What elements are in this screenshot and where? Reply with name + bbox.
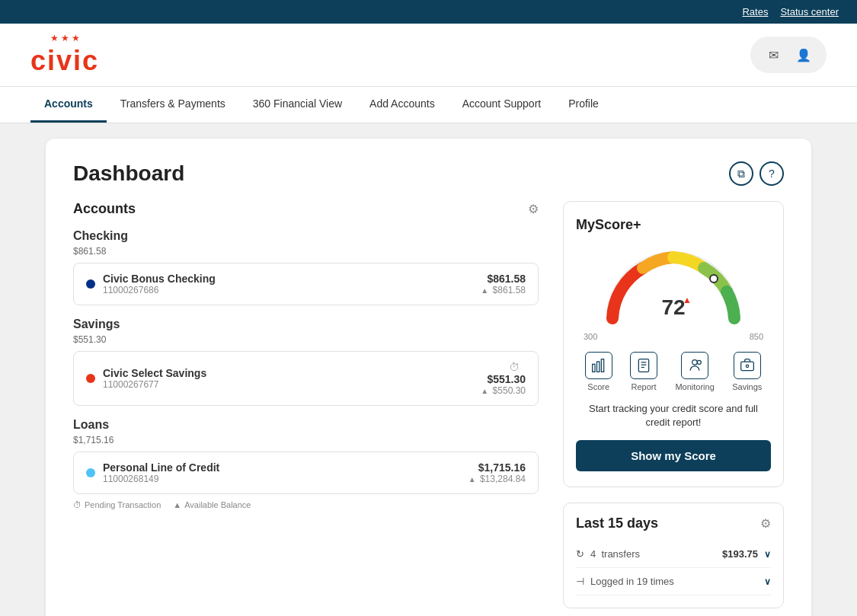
myscore-monitoring-item[interactable]: Monitoring bbox=[675, 352, 714, 391]
myscore-title: MyScore+ bbox=[576, 217, 771, 233]
login-icon: ⊣ bbox=[576, 576, 584, 587]
nav-item-transfers[interactable]: Transfers & Payments bbox=[107, 87, 239, 123]
nav-item-profile[interactable]: Profile bbox=[555, 87, 612, 123]
mail-icon[interactable]: ✉ bbox=[761, 43, 785, 67]
myscore-report-label: Report bbox=[632, 382, 657, 391]
dashboard-card: Dashboard ⧉ ? Accounts ⚙ Checking $861.5… bbox=[46, 139, 811, 616]
myscore-score-item[interactable]: Score bbox=[585, 352, 612, 391]
logo-stars: ★ ★ ★ bbox=[50, 33, 80, 43]
checking-avail-label: ▲ bbox=[481, 286, 488, 295]
last15-title: Last 15 days bbox=[576, 515, 658, 531]
legend-avail-label: Available Balance bbox=[184, 500, 251, 509]
svg-rect-6 bbox=[638, 359, 648, 372]
myscore-savings-icon bbox=[734, 352, 761, 379]
rates-link[interactable]: Rates bbox=[742, 6, 768, 18]
loans-account-name: Personal Line of Credit bbox=[103, 461, 219, 474]
checking-dot bbox=[86, 279, 95, 289]
loans-account-info: Personal Line of Credit 11000268149 bbox=[103, 461, 219, 484]
loans-account-right: $1,715.16 ▲ $13,284.84 bbox=[468, 461, 526, 484]
myscore-savings-item[interactable]: Savings bbox=[732, 352, 762, 391]
login-chevron-icon: ∨ bbox=[764, 576, 771, 587]
gauge-range: 300 850 bbox=[576, 332, 771, 341]
nav-item-support[interactable]: Account Support bbox=[449, 87, 555, 123]
checking-account-row[interactable]: Civic Bonus Checking 11000267686 $861.58… bbox=[73, 263, 539, 305]
checking-account-name: Civic Bonus Checking bbox=[103, 273, 216, 285]
dashboard-header-icons: ⧉ ? bbox=[729, 161, 784, 186]
svg-text:72: 72 bbox=[661, 295, 685, 319]
savings-account-row[interactable]: Civic Select Savings 11000267677 ⏱ $551.… bbox=[73, 351, 539, 406]
last15-transfers-right: $193.75 ∨ bbox=[722, 548, 771, 560]
status-center-link[interactable]: Status center bbox=[780, 6, 839, 18]
loans-section: Loans $1,715.16 Personal Line of Credit … bbox=[73, 418, 539, 494]
checking-account-right: $861.58 ▲ $861.58 bbox=[481, 273, 526, 295]
gauge-min: 300 bbox=[584, 332, 597, 341]
dashboard-title: Dashboard bbox=[73, 161, 184, 186]
nav-item-accounts[interactable]: Accounts bbox=[30, 87, 107, 123]
gauge-max: 850 bbox=[750, 332, 763, 341]
logo-star-2: ★ bbox=[61, 33, 69, 43]
savings-account-number: 11000267677 bbox=[103, 379, 206, 390]
accounts-legend: ⏱ Pending Transaction ▲ Available Balanc… bbox=[73, 500, 539, 509]
last15-box: Last 15 days ⚙ ↻ 4 transfers $193.75 ∨ bbox=[563, 503, 784, 608]
nav-item-add-accounts[interactable]: Add Accounts bbox=[356, 87, 449, 123]
loans-account-row[interactable]: Personal Line of Credit 11000268149 $1,7… bbox=[73, 452, 539, 494]
last15-row-0[interactable]: ↻ 4 transfers $193.75 ∨ bbox=[576, 541, 771, 568]
savings-account-info: Civic Select Savings 11000267677 bbox=[103, 367, 206, 390]
savings-type-title: Savings bbox=[73, 318, 539, 331]
user-icon[interactable]: 👤 bbox=[791, 43, 816, 67]
help-icon-btn[interactable]: ? bbox=[759, 161, 784, 186]
login-label: Logged in 19 times bbox=[590, 576, 674, 587]
last15-gear-icon[interactable]: ⚙ bbox=[760, 516, 771, 531]
checking-total: $861.58 bbox=[73, 246, 539, 257]
last15-header: Last 15 days ⚙ bbox=[576, 515, 771, 531]
checking-account-info: Civic Bonus Checking 11000267686 bbox=[103, 273, 216, 295]
loans-available: ▲ $13,284.84 bbox=[468, 474, 526, 484]
nav-item-financial[interactable]: 360 Financial View bbox=[239, 87, 356, 123]
savings-balance: $551.30 bbox=[481, 373, 526, 385]
loans-type-title: Loans bbox=[73, 418, 539, 432]
checking-account-left: Civic Bonus Checking 11000267686 bbox=[86, 273, 216, 295]
loans-balance: $1,715.16 bbox=[468, 461, 526, 474]
copy-icon-btn[interactable]: ⧉ bbox=[729, 161, 753, 186]
legend-available: ▲ Available Balance bbox=[173, 500, 251, 509]
checking-section: Checking $861.58 Civic Bonus Checking 11… bbox=[73, 229, 539, 305]
last15-login-left: ⊣ Logged in 19 times bbox=[576, 576, 674, 587]
myscore-monitoring-label: Monitoring bbox=[675, 382, 714, 391]
svg-point-11 bbox=[697, 360, 701, 364]
svg-rect-3 bbox=[592, 364, 594, 372]
right-col: MyScore+ bbox=[563, 201, 784, 608]
legend-avail-symbol: ▲ bbox=[173, 500, 181, 509]
show-score-button[interactable]: Show my Score bbox=[576, 440, 771, 471]
loans-account-left: Personal Line of Credit 11000268149 bbox=[86, 461, 219, 484]
myscore-icons: Score Report bbox=[576, 352, 771, 391]
two-col-layout: Accounts ⚙ Checking $861.58 Civic Bonus … bbox=[73, 201, 784, 608]
myscore-savings-label: Savings bbox=[732, 382, 762, 391]
savings-account-name: Civic Select Savings bbox=[103, 367, 206, 379]
legend-pending-label: Pending Transaction bbox=[85, 500, 161, 509]
last15-row-1[interactable]: ⊣ Logged in 19 times ∨ bbox=[576, 568, 771, 595]
checking-avail-amount: $861.58 bbox=[493, 285, 526, 295]
gauge-svg: 72 ▲ bbox=[597, 242, 750, 326]
logo-star-3: ★ bbox=[72, 33, 80, 43]
transfers-icon: ↻ bbox=[576, 548, 584, 560]
savings-account-left: Civic Select Savings 11000267677 bbox=[86, 367, 206, 390]
savings-pending-icon: ⏱ bbox=[509, 361, 520, 373]
svg-text:▲: ▲ bbox=[683, 295, 692, 305]
myscore-score-icon bbox=[585, 352, 612, 379]
svg-point-10 bbox=[692, 360, 698, 365]
header-icons: ✉ 👤 bbox=[750, 37, 827, 73]
checking-account-number: 11000267686 bbox=[103, 285, 216, 295]
myscore-report-item[interactable]: Report bbox=[630, 352, 657, 391]
loans-total: $1,715.16 bbox=[73, 435, 539, 445]
loans-avail-amount: $13,284.84 bbox=[480, 474, 526, 484]
loans-account-number: 11000268149 bbox=[103, 474, 219, 484]
myscore-report-icon bbox=[630, 352, 657, 379]
transfers-amount: $193.75 bbox=[722, 548, 758, 560]
myscore-promo: Start tracking your credit score and ful… bbox=[576, 402, 771, 429]
main-content: Dashboard ⧉ ? Accounts ⚙ Checking $861.5… bbox=[0, 123, 857, 616]
accounts-gear-icon[interactable]: ⚙ bbox=[528, 202, 539, 216]
transfers-label: 4 transfers bbox=[590, 548, 640, 560]
loans-dot bbox=[86, 468, 95, 477]
transfers-chevron-icon: ∨ bbox=[764, 549, 771, 560]
checking-type-title: Checking bbox=[73, 229, 539, 243]
